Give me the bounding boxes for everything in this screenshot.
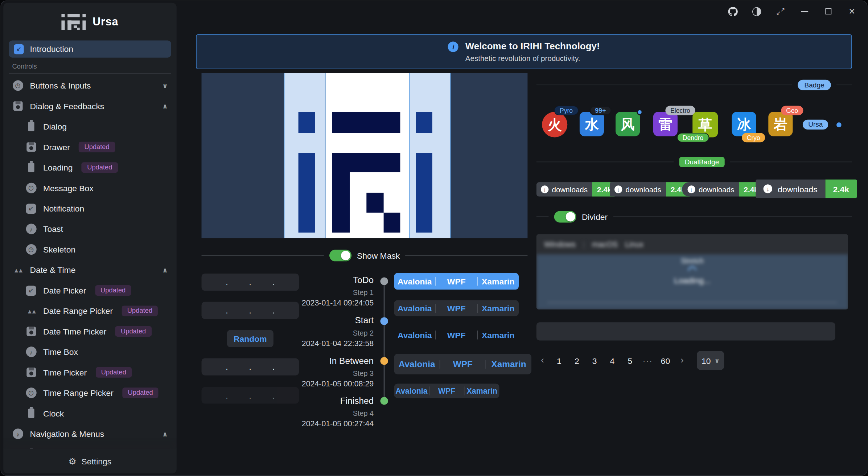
sidebar-item-time-picker[interactable]: Time Picker Updated xyxy=(3,362,177,382)
download-icon: ↓ xyxy=(614,185,622,193)
avalonia-button[interactable]: Avalonia xyxy=(394,276,435,286)
badge-tile-pyro: 火 xyxy=(542,112,567,137)
page-button-2[interactable]: 2 xyxy=(569,356,584,365)
sidebar-item-drawer[interactable]: Drawer Updated xyxy=(3,137,177,157)
sidebar-item-label: Dialog & Feedbacks xyxy=(30,101,104,111)
sidebar-item-label: Navigation & Menus xyxy=(30,429,104,439)
sidebar-item-toast[interactable]: ♪ Toast xyxy=(3,219,177,239)
sidebar-item-skeleton[interactable]: ◷ Skeleton xyxy=(3,239,177,259)
xamarin-button[interactable]: Xamarin xyxy=(478,330,519,340)
sidebar-item-introduction[interactable]: ↙ Introduction xyxy=(9,40,171,57)
page-next-button[interactable]: › xyxy=(676,355,688,366)
updated-badge: Updated xyxy=(122,387,159,398)
github-icon[interactable] xyxy=(727,6,739,17)
avalonia-button[interactable]: Avalonia xyxy=(394,303,435,313)
xamarin-button[interactable]: Xamarin xyxy=(486,359,531,369)
xamarin-button[interactable]: Xamarin xyxy=(478,276,519,286)
step-dot-todo xyxy=(380,278,388,285)
note-icon: ♪ xyxy=(25,224,37,234)
date-input[interactable]: ... xyxy=(202,302,299,319)
wpf-button[interactable]: WPF xyxy=(440,359,485,369)
page-size-select[interactable]: 10 ∨ xyxy=(697,351,724,370)
sidebar-item-label: Loading xyxy=(43,163,73,172)
xamarin-button[interactable]: Xamarin xyxy=(465,386,499,395)
wpf-button[interactable]: WPF xyxy=(436,330,477,340)
arrow-square-icon: ↙ xyxy=(25,204,37,213)
wpf-button[interactable]: WPF xyxy=(429,386,464,395)
sidebar-item-label: Buttons & Inputs xyxy=(30,81,91,90)
step-dot-finished xyxy=(380,397,388,405)
xamarin-button[interactable]: Xamarin xyxy=(478,303,519,313)
page-button-60[interactable]: 60 xyxy=(658,356,673,365)
empty-placeholder-bar xyxy=(536,322,835,340)
maximize-icon[interactable] xyxy=(823,6,834,17)
close-icon[interactable]: × xyxy=(846,6,857,17)
loading-label: Loading... xyxy=(674,276,711,285)
page-button-3[interactable]: 3 xyxy=(587,356,602,365)
page-prev-button[interactable]: ‹ xyxy=(536,355,549,366)
sidebar-item-time-range-picker[interactable]: ◷ Time Range Picker Updated xyxy=(3,383,177,403)
tab-macos[interactable]: macOS xyxy=(592,240,618,249)
step-sub: Step 2 xyxy=(353,329,374,337)
downloads-badge-large: ↓downloads 2.4k xyxy=(756,179,857,198)
chevron-up-icon: ∧ xyxy=(163,430,168,438)
sidebar-item-navigation-menus[interactable]: ♪ Navigation & Menus ∧ xyxy=(3,424,177,444)
download-icon: ↓ xyxy=(764,184,772,193)
step-time: 2024-01-04 22:32:58 xyxy=(302,339,374,348)
page-button-5[interactable]: 5 xyxy=(623,356,637,365)
button-group-borderless: Avalonia WPF Xamarin xyxy=(394,327,519,343)
divider-toggle-label: Divider xyxy=(582,212,608,221)
wpf-button[interactable]: WPF xyxy=(436,303,477,313)
divider-toggle[interactable] xyxy=(554,211,576,222)
dendro-badge: Dendro xyxy=(677,133,709,142)
sidebar-item-buttons-inputs[interactable]: ◷ Buttons & Inputs ∨ xyxy=(3,75,177,96)
note-icon: ♪ xyxy=(12,428,24,439)
sidebar-item-time-box[interactable]: ♪ Time Box xyxy=(3,342,177,362)
sidebar-item-date-time-picker[interactable]: Date Time Picker Updated xyxy=(3,321,177,341)
downloads-badge: ↓downloads 2.4k xyxy=(536,182,617,197)
sidebar-item-message-box[interactable]: ◷ Message Box xyxy=(3,178,177,198)
avalonia-button[interactable]: Avalonia xyxy=(394,386,429,395)
step-sub: Step 4 xyxy=(353,409,374,418)
sidebar-item-label: Dialog xyxy=(43,122,67,131)
sidebar-item-label: Toast xyxy=(43,224,63,234)
sidebar-item-dialog[interactable]: Dialog xyxy=(3,116,177,136)
avalonia-button[interactable]: Avalonia xyxy=(394,359,440,369)
sidebar-item-dialog-feedbacks[interactable]: Dialog & Feedbacks ∧ xyxy=(3,96,177,116)
updated-badge: Updated xyxy=(95,367,132,378)
random-button[interactable]: Random xyxy=(227,330,273,347)
ursa-pill-badge: Ursa xyxy=(803,120,828,130)
tab-content: Stretch Loading... xyxy=(536,254,848,310)
date-input[interactable]: ... xyxy=(202,274,299,291)
dualbadge-divider-label: DualBadge xyxy=(679,157,725,167)
theme-toggle-icon[interactable] xyxy=(751,6,762,17)
avalonia-button[interactable]: Avalonia xyxy=(394,330,435,340)
sidebar-item-notification[interactable]: ↙ Notification xyxy=(3,198,177,218)
step-sub: Step 1 xyxy=(353,288,374,297)
tab-linux[interactable]: Linux xyxy=(625,240,643,249)
minimize-icon[interactable] xyxy=(799,6,810,17)
sidebar-item-date-picker[interactable]: ↙ Date Picker Updated xyxy=(3,280,177,300)
sidebar-item-loading[interactable]: Loading Updated xyxy=(3,157,177,177)
date-input[interactable]: ... xyxy=(202,358,299,375)
stretch-label: Stretch xyxy=(681,257,704,265)
wpf-button[interactable]: WPF xyxy=(436,276,477,286)
arrow-square-icon: ↙ xyxy=(14,44,24,54)
page-button-1[interactable]: 1 xyxy=(552,356,567,365)
sidebar: Ursa ↙ Introduction Controls ◷ Buttons &… xyxy=(3,3,177,473)
date-input-disabled: ... xyxy=(202,387,299,404)
sidebar-item-date-time[interactable]: ▲▲ Date & Time ∧ xyxy=(3,260,177,280)
tab-bar: Windows | macOS Linux xyxy=(536,234,848,254)
badge-section-divider: Badge xyxy=(536,80,852,90)
count-badge: 99+ xyxy=(589,106,611,115)
page-button-4[interactable]: 4 xyxy=(605,356,620,365)
sidebar-item-date-range-picker[interactable]: ▲▲ Date Range Picker Updated xyxy=(3,301,177,321)
standalone-dot-badge xyxy=(836,122,842,127)
settings-button[interactable]: ⚙ Settings xyxy=(3,449,177,473)
show-mask-toggle[interactable] xyxy=(329,250,351,261)
sidebar-item-clock[interactable]: Clock xyxy=(3,403,177,423)
badge-tile-anemo: 风 xyxy=(616,112,640,136)
sidebar-nav: ◷ Buttons & Inputs ∨ Dialog & Feedbacks … xyxy=(3,75,177,465)
expand-icon[interactable]: ↗↙ xyxy=(775,6,786,17)
tab-windows[interactable]: Windows xyxy=(544,240,576,249)
